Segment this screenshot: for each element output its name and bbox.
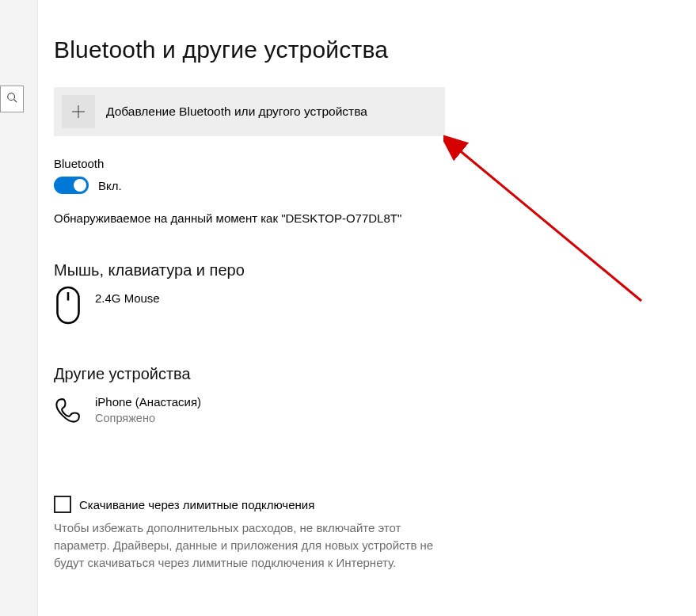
section-title-mouse: Мышь, клавиатура и перо xyxy=(54,261,656,279)
page-title: Bluetooth и другие устройства xyxy=(54,36,656,63)
bluetooth-toggle[interactable] xyxy=(54,177,89,194)
bluetooth-label: Bluetooth xyxy=(54,157,656,170)
svg-point-0 xyxy=(8,93,15,101)
device-status: Сопряжено xyxy=(95,410,201,426)
search-icon xyxy=(6,92,17,106)
metered-checkbox[interactable] xyxy=(54,496,71,513)
add-device-label: Добавление Bluetooth или другого устройс… xyxy=(106,105,367,119)
plus-icon xyxy=(62,95,95,128)
search-button[interactable] xyxy=(0,86,24,112)
metered-checkbox-label: Скачивание через лимитные подключения xyxy=(79,498,314,511)
metered-help-text: Чтобы избежать дополнительных расходов, … xyxy=(54,519,450,572)
discoverable-text: Обнаруживаемое на данный момент как "DES… xyxy=(54,211,656,225)
add-device-button[interactable]: Добавление Bluetooth или другого устройс… xyxy=(54,87,445,136)
toggle-knob xyxy=(74,179,86,192)
bluetooth-state-text: Вкл. xyxy=(98,179,122,192)
device-row-mouse[interactable]: 2.4G Mouse xyxy=(54,291,656,321)
svg-line-1 xyxy=(14,100,17,103)
device-row-iphone[interactable]: iPhone (Анастасия) Сопряжено xyxy=(54,394,656,426)
device-name: 2.4G Mouse xyxy=(95,291,160,306)
section-title-other: Другие устройства xyxy=(54,365,656,383)
mouse-icon xyxy=(54,292,82,321)
device-name: iPhone (Анастасия) xyxy=(95,394,201,410)
phone-icon xyxy=(54,396,82,424)
